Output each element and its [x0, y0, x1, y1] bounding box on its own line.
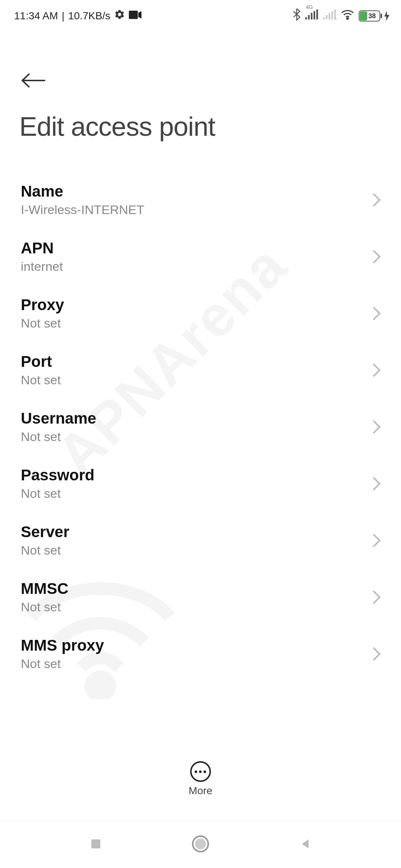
- setting-label: Username: [21, 410, 96, 427]
- status-left: 11:34 AM | 10.7KB/s: [14, 9, 141, 23]
- chevron-right-icon: [372, 193, 381, 207]
- nav-back-icon[interactable]: [299, 837, 312, 852]
- setting-label: MMSC: [21, 580, 68, 598]
- svg-rect-7: [326, 15, 328, 20]
- chevron-right-icon: [372, 363, 381, 378]
- page-title: Edit access point: [0, 89, 401, 149]
- svg-rect-5: [316, 10, 318, 20]
- setting-row-server[interactable]: Server Not set: [0, 512, 401, 569]
- svg-rect-6: [323, 17, 325, 20]
- chevron-right-icon: [372, 647, 381, 661]
- chevron-right-icon: [372, 476, 381, 491]
- svg-rect-9: [332, 11, 333, 20]
- svg-rect-0: [129, 10, 138, 19]
- signal-none-icon: ✕: [323, 9, 336, 22]
- svg-rect-3: [311, 13, 313, 20]
- nav-home-icon[interactable]: [191, 835, 210, 855]
- setting-value: Not set: [21, 543, 69, 558]
- chevron-right-icon: [372, 249, 381, 264]
- nav-bar: [0, 821, 401, 868]
- svg-rect-1: [305, 17, 307, 20]
- status-net-speed: 10.7KB/s: [68, 10, 111, 22]
- battery-icon: 38: [359, 10, 390, 22]
- setting-row-password[interactable]: Password Not set: [0, 455, 401, 512]
- chevron-right-icon: [372, 590, 381, 605]
- setting-value: Not set: [21, 316, 64, 331]
- svg-point-20: [195, 838, 206, 849]
- setting-value: Not set: [21, 430, 96, 444]
- setting-label: APN: [21, 239, 63, 257]
- setting-row-username[interactable]: Username Not set: [0, 398, 401, 455]
- settings-icon: [114, 9, 125, 23]
- setting-row-mmsc[interactable]: MMSC Not set: [0, 569, 401, 625]
- svg-point-12: [347, 18, 348, 19]
- setting-value: Not set: [21, 486, 94, 501]
- settings-list: Name I-Wireless-INTERNET APN internet Pr…: [0, 149, 401, 682]
- setting-row-apn[interactable]: APN internet: [0, 228, 401, 285]
- chevron-right-icon: [372, 306, 381, 321]
- setting-value: Not set: [21, 373, 61, 387]
- setting-label: Password: [21, 466, 94, 484]
- setting-value: Not set: [21, 657, 104, 671]
- svg-rect-18: [91, 839, 100, 848]
- setting-label: Port: [21, 353, 61, 371]
- wifi-icon: [341, 9, 354, 22]
- bluetooth-icon: [293, 8, 301, 23]
- setting-value: I-Wireless-INTERNET: [21, 203, 144, 217]
- svg-rect-8: [329, 13, 330, 20]
- setting-label: Server: [21, 523, 69, 541]
- setting-row-proxy[interactable]: Proxy Not set: [0, 285, 401, 342]
- more-icon: [190, 761, 211, 782]
- setting-row-mms-proxy[interactable]: MMS proxy Not set: [0, 625, 401, 682]
- setting-value: Not set: [21, 600, 68, 614]
- nav-recents-icon[interactable]: [89, 837, 102, 852]
- svg-rect-14: [360, 11, 367, 20]
- chevron-right-icon: [372, 533, 381, 548]
- camera-icon: [129, 10, 141, 22]
- svg-text:✕: ✕: [335, 17, 337, 20]
- svg-rect-15: [381, 14, 382, 18]
- setting-label: Name: [21, 183, 144, 200]
- status-bar: 11:34 AM | 10.7KB/s 4G ✕ 38: [0, 0, 401, 29]
- setting-label: Proxy: [21, 296, 64, 314]
- svg-text:38: 38: [368, 12, 376, 20]
- more-label: More: [189, 785, 212, 797]
- svg-rect-2: [308, 15, 310, 20]
- svg-rect-4: [314, 11, 316, 20]
- chevron-right-icon: [372, 420, 381, 434]
- setting-label: MMS proxy: [21, 637, 104, 654]
- status-right: 4G ✕ 38: [293, 8, 390, 23]
- status-time: 11:34 AM: [14, 10, 58, 22]
- setting-row-name[interactable]: Name I-Wireless-INTERNET: [0, 171, 401, 228]
- back-button[interactable]: [0, 53, 401, 89]
- setting-row-port[interactable]: Port Not set: [0, 342, 401, 398]
- setting-value: internet: [21, 259, 63, 274]
- signal-4g-icon: 4G: [305, 9, 319, 22]
- more-button[interactable]: More: [189, 761, 212, 797]
